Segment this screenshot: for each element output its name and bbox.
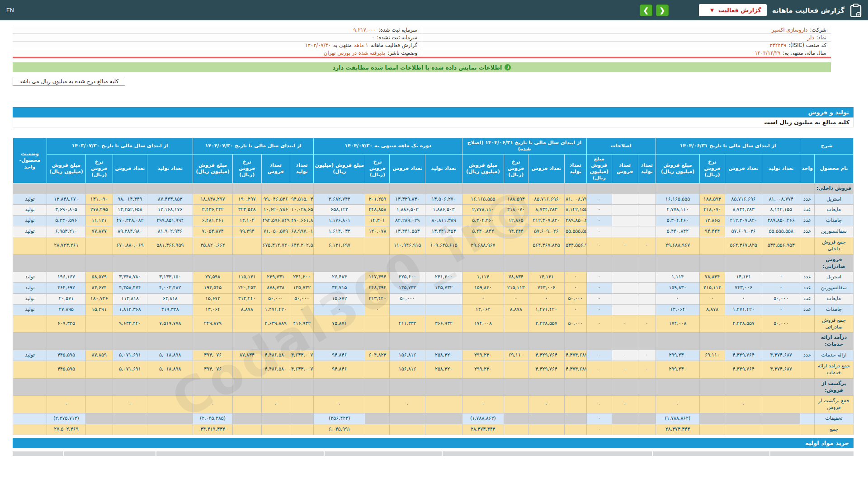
cell-m5 [314, 378, 365, 396]
language-toggle[interactable]: EN [6, 7, 14, 14]
cell-name: جامدات [815, 216, 854, 226]
cell-name: جمع فروش صادراتی [815, 315, 854, 333]
cell-t4: ۸۱,۰۰۸,۷۷۴ [565, 194, 587, 205]
report-nav: ❮ ❯ [640, 5, 669, 16]
cell-m3: ۰ [586, 272, 612, 283]
cell-t7 [147, 413, 193, 424]
cell-st: تولید [13, 283, 47, 294]
cell-m2: ۲۹۹,۲۳۰ [656, 361, 699, 378]
cell-f3 [612, 183, 638, 194]
cell-f6: ۹۹,۰۴۶,۵۲۶ [261, 194, 290, 205]
cell-t7: ۷,۵۱۹,۷۷۸ [147, 315, 193, 333]
cell-m4: ۲۸,۳۷۳,۳۴۳ [462, 424, 504, 435]
cell-f7 [113, 333, 147, 350]
cell-t2: ۵۰,۰۰۰ [762, 315, 800, 333]
cell-f6: ۵۰,۰۰۰ [261, 294, 290, 305]
cell-m2 [656, 183, 699, 194]
cell-n6 [232, 254, 261, 272]
cell-f7: ۴۷۰,۳۲۸,۰۸۲ [113, 216, 147, 226]
info-row: سال مالی منتهی به:۱۴۰۴/۱۲/۲۹ [422, 49, 831, 57]
cell-m7 [47, 378, 85, 396]
cell-n2: ۰ [700, 294, 725, 305]
cell-st [13, 413, 47, 424]
cell-f6 [261, 254, 290, 272]
cell-name: فروش صادراتی: [815, 254, 854, 272]
cell-f4: ۱۴,۱۳۱ [528, 272, 564, 283]
cell-m4: ۲۹,۶۸۸,۹۶۷ [462, 237, 504, 255]
cell-t2: ۰ [762, 272, 800, 283]
cell-f2: ۵۷,۶۰۹,۰۲۶ [725, 226, 762, 237]
cell-t3: ۰ [638, 315, 656, 333]
cell-t2 [762, 254, 800, 272]
cell-m7: ۳,۶۹۰,۸۰۵ [47, 205, 85, 216]
cell-n5 [365, 315, 390, 333]
cell-t2: ۵۵,۵۵۵,۵۵۸ [762, 226, 800, 237]
cell-f3 [612, 205, 638, 216]
cell-n7: ۱۳۱,۰۹۰ [85, 194, 113, 205]
cell-st [13, 424, 47, 435]
cell-m4 [462, 183, 504, 194]
cell-m3: ۰ [586, 283, 612, 294]
cell-m2: ۰ [656, 294, 699, 305]
cell-n4 [504, 333, 528, 350]
column-header: مبلغ فروش (میلیون ریال) [314, 154, 365, 183]
cell-n6: ۹۹,۲۹۴ [232, 226, 261, 237]
section-row: درآمد ارائه خدمات: [13, 333, 854, 350]
cell-f3 [612, 378, 638, 396]
cell-unit: عدد [800, 294, 815, 305]
cell-m6: ۰ [193, 396, 233, 413]
cell-t3 [638, 205, 656, 216]
report-type-dropdown[interactable]: گزارش فعالیت ▼ [699, 4, 767, 16]
cell-n2 [700, 315, 725, 333]
cell-m3: ۰ [586, 226, 612, 237]
cell-n4 [504, 378, 528, 396]
cell-f7: ۰ [113, 396, 147, 413]
cell-name: جمع فروش داخلی [815, 237, 854, 255]
cell-m3: ۰ [586, 413, 612, 424]
info-label: سرمایه ثبت نشده: [377, 34, 417, 41]
cell-t7: ۸۱,۹۰۲,۹۳۶ [147, 226, 193, 237]
discount-row: تخفیفات(۱,۷۸۸,۸۶۲)۰(۱,۷۸۸,۸۶۲)(۲۵۶,۴۲۳)(… [13, 413, 854, 424]
cell-n7 [85, 183, 113, 194]
cell-t5 [425, 183, 462, 194]
cell-t3 [638, 333, 656, 350]
cell-t4: ۸,۱۴۲,۱۵۵ [565, 205, 587, 216]
cell-m2 [656, 378, 699, 396]
cell-name: استریل [815, 272, 854, 283]
prev-report-button[interactable]: ❮ [656, 5, 669, 16]
cell-f2: ۸,۷۳۴,۲۸۳ [725, 205, 762, 216]
cell-name: جامدات [815, 304, 854, 315]
cell-f7 [113, 183, 147, 194]
cell-m7 [47, 333, 85, 350]
cell-m6: ۷,۰۵۴,۸۷۴ [193, 226, 233, 237]
column-header: تعداد تولید [290, 154, 314, 183]
cell-t4 [565, 254, 587, 272]
cell-f7: ۵,۰۷۱,۶۹۱ [113, 361, 147, 378]
cell-n2: ۹۴,۴۴۴ [700, 226, 725, 237]
cell-t6: ۶۸,۹۹۷,۰۱۱ [290, 226, 314, 237]
cell-f7: ۹۸,۰۱۴,۳۴۹ [113, 194, 147, 205]
cell-f7 [113, 413, 147, 424]
page-content: شرکت:داروسازی اکسیرنماد:دلرکد صنعت (ISIC… [0, 20, 868, 456]
cell-m2: ۲,۷۷۸,۱۱۰ [656, 205, 699, 216]
next-report-button[interactable]: ❯ [640, 5, 652, 16]
cell-m2: ۵,۳۰۴,۴۶۰ [656, 216, 699, 226]
cell-n6: ۲۲۰,۲۵۳ [232, 283, 261, 294]
cell-t5: ۱۳۵,۷۳۲ [425, 283, 462, 294]
product-row: سفالسپورینعدد۰۷۴۳,۰۰۶۲۱۵,۱۱۳۱۵۹,۸۳۰۰۰۷۴۳… [13, 283, 854, 294]
section-row: فروش صادراتی: [13, 254, 854, 272]
cell-name: سفالسپورین [815, 226, 854, 237]
cell-t5 [425, 396, 462, 413]
cell-f2 [725, 183, 762, 194]
cell-st: تولید [13, 216, 47, 226]
info-row: کد صنعت (ISIC):۴۳۲۲۳۹ [422, 42, 831, 49]
cell-f6 [261, 183, 290, 194]
info-value: دلر [807, 34, 814, 41]
cell-n4 [504, 424, 528, 435]
cell-name: استریل [815, 194, 854, 205]
cell-unit [800, 333, 815, 350]
cell-t2 [762, 183, 800, 194]
cell-m5: ۶۵۸,۱۲۲ [314, 205, 365, 216]
cell-m6: ۱۳,۰۶۴ [193, 304, 233, 315]
cell-f4 [528, 424, 564, 435]
